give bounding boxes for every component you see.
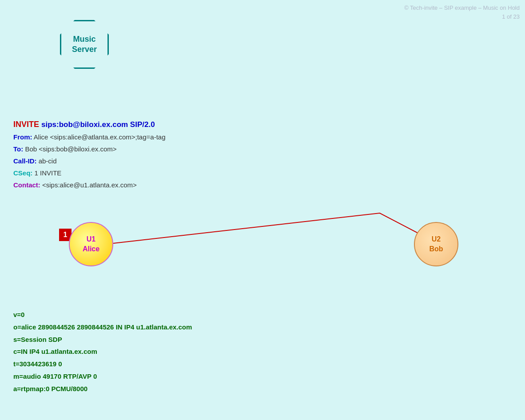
sdp-c: c=IN IP4 u1.atlanta.ex.com (13, 345, 192, 358)
contact-header: Contact: <sips:alice@u1.atlanta.ex.com> (13, 179, 165, 191)
alice-node: U1 Alice (69, 222, 113, 266)
diagram-area: 1 U1 Alice U2 Bob (0, 204, 525, 302)
music-server-shape: Music Server (60, 20, 109, 69)
copyright-line1: © Tech-invite – SIP example – Music on H… (404, 4, 520, 12)
sdp-m: m=audio 49170 RTP/AVP 0 (13, 370, 192, 383)
invite-uri: sips:bob@biloxi.ex.com SIP/2.0 (41, 120, 155, 129)
to-header: To: Bob <sips:bob@biloxi.ex.com> (13, 143, 165, 155)
sdp-t: t=3034423619 0 (13, 358, 192, 370)
copyright-text: © Tech-invite – SIP example – Music on H… (404, 4, 520, 21)
sdp-s: s=Session SDP (13, 333, 192, 346)
sdp-a: a=rtpmap:0 PCMU/8000 (13, 383, 192, 395)
from-header: From: Alice <sips:alice@atlanta.ex.com>;… (13, 131, 165, 143)
copyright-line2: 1 of 23 (404, 12, 520, 21)
sdp-v: v=0 (13, 309, 192, 321)
invite-method: INVITE (13, 120, 39, 129)
invite-line: INVITE sips:bob@biloxi.ex.com SIP/2.0 (13, 120, 165, 129)
callid-header: Call-ID: ab-cid (13, 155, 165, 167)
sip-message-block: INVITE sips:bob@biloxi.ex.com SIP/2.0 Fr… (13, 120, 165, 191)
bob-node: U2 Bob (414, 222, 458, 266)
sdp-block: v=0 o=alice 2890844526 2890844526 IN IP4… (13, 309, 192, 395)
cseq-header: CSeq: 1 INVITE (13, 167, 165, 179)
bob-label: U2 Bob (429, 234, 443, 254)
music-server-label: Music Server (72, 34, 97, 55)
alice-label: U1 Alice (83, 234, 99, 254)
music-server-node: Music Server (60, 20, 109, 69)
sdp-o: o=alice 2890844526 2890844526 IN IP4 u1.… (13, 321, 192, 333)
